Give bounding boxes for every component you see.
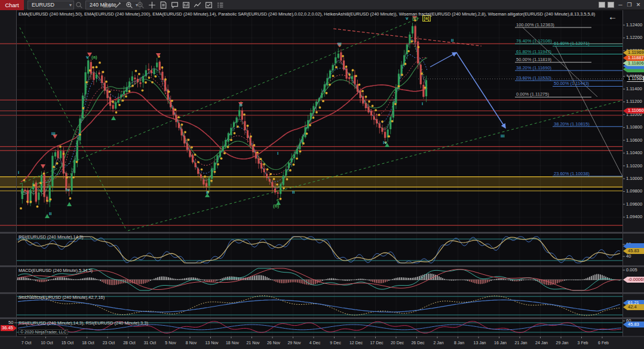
chart-style-icon[interactable] — [103, 1, 112, 9]
panel-splitter[interactable] — [0, 317, 644, 319]
properties-icon[interactable] — [205, 1, 214, 9]
crosshair-icon[interactable] — [148, 1, 157, 9]
panel-splitter[interactable] — [0, 265, 644, 267]
chart-trader-icon[interactable] — [182, 1, 191, 9]
zoom-out-icon[interactable] — [137, 1, 146, 9]
stochastics-panel-label: Stochastics(EURUSD (240 Minute),42,7,16) — [19, 295, 105, 299]
workspace-icon[interactable] — [608, 2, 614, 8]
instrument-selector[interactable]: EURUSD ▾ — [27, 1, 74, 10]
rsi2-panel-label: RSI(EURUSD (240 Minute),14,3), RSI(EURUS… — [19, 321, 148, 325]
data-series-icon[interactable] — [160, 1, 168, 9]
ninjatrader-chart-window: 1.124001.122001.120001.118001.116001.114… — [0, 0, 644, 349]
toolbar: Chart EURUSD ▾ 240 Minute ▾ ─❐✕ — [0, 0, 644, 10]
chevron-down-icon: ▾ — [69, 1, 72, 10]
alerts-icon[interactable] — [171, 1, 180, 9]
close-icon[interactable]: ✕ — [634, 1, 642, 8]
drawing-tools-icon[interactable] — [114, 1, 123, 9]
zoom-in-icon[interactable] — [125, 1, 134, 9]
copyright-text: © 2020 NinjaTrader, LLC — [19, 329, 68, 335]
minimize-icon[interactable]: ─ — [617, 1, 624, 8]
rsi-panel-label: RSI(EURUSD (240 Minute),14,3) — [19, 235, 83, 239]
previous-view-arrow-icon[interactable]: ← — [608, 12, 617, 21]
tab-chart[interactable]: Chart — [0, 0, 24, 10]
panel-splitter[interactable] — [0, 232, 644, 234]
indicators-icon[interactable] — [194, 1, 203, 9]
macd-panel-label: MACD(EURUSD (240 Minute),5,34,5) — [19, 268, 93, 273]
instrument-label: EURUSD — [32, 2, 54, 8]
workspace-icon[interactable] — [599, 2, 605, 8]
main-indicator-label: EMA(EURUSD (240 Minute),50), EMA(EURUSD … — [19, 12, 595, 16]
panel-splitter[interactable] — [0, 292, 644, 294]
display-settings-icon[interactable] — [216, 1, 225, 9]
instrument-search-icon[interactable] — [75, 1, 84, 9]
restore-icon[interactable]: ❐ — [625, 1, 633, 8]
